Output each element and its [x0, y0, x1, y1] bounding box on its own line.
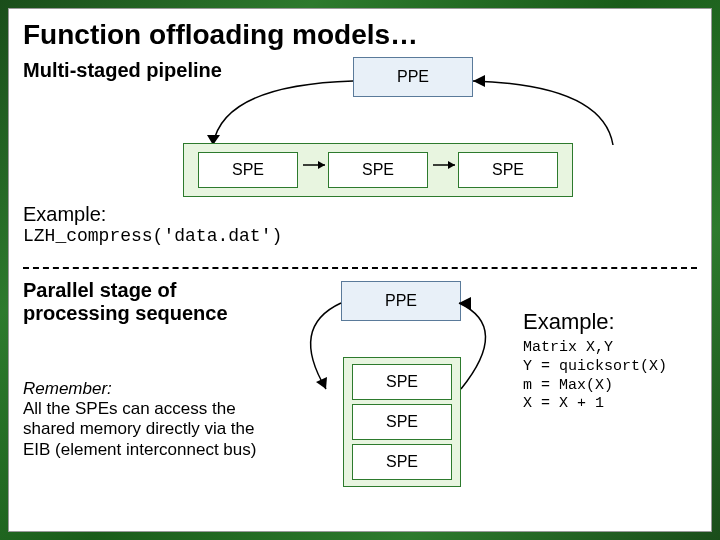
arrow-spe-up — [451, 297, 521, 397]
svg-marker-1 — [473, 75, 485, 87]
example2-code-line: m = Max(X) — [523, 377, 667, 396]
spe-row-1: SPE SPE SPE — [183, 143, 573, 197]
spe-box: SPE — [352, 364, 452, 400]
section-divider — [23, 267, 697, 269]
svg-marker-7 — [459, 297, 471, 310]
spe-box: SPE — [458, 152, 558, 188]
example2-code-line: Matrix X,Y — [523, 339, 667, 358]
spe-stack-2: SPE SPE SPE — [343, 357, 461, 487]
example2-code-line: X = X + 1 — [523, 395, 667, 414]
spe-box: SPE — [328, 152, 428, 188]
svg-marker-5 — [448, 161, 455, 169]
remember-text: All the SPEs can access the shared memor… — [23, 399, 273, 460]
ppe-box-2: PPE — [341, 281, 461, 321]
slide-title: Function offloading models… — [23, 19, 697, 51]
arrow-spe-1-2 — [303, 160, 333, 170]
example2-label: Example: — [523, 309, 667, 335]
example1-label: Example: — [23, 203, 282, 226]
spe-box: SPE — [198, 152, 298, 188]
example1-code: LZH_compress('data.dat') — [23, 226, 282, 246]
example2-code-line: Y = quicksort(X) — [523, 358, 667, 377]
arrow-spe-2-3 — [433, 160, 463, 170]
section2-label: Parallel stage of processing sequence — [23, 279, 253, 325]
remember-label: Remember: — [23, 379, 273, 399]
svg-marker-6 — [316, 377, 327, 389]
ppe-box-1: PPE — [353, 57, 473, 97]
spe-box: SPE — [352, 404, 452, 440]
arrow-ppe-down — [281, 297, 351, 397]
spe-box: SPE — [352, 444, 452, 480]
svg-marker-3 — [318, 161, 325, 169]
